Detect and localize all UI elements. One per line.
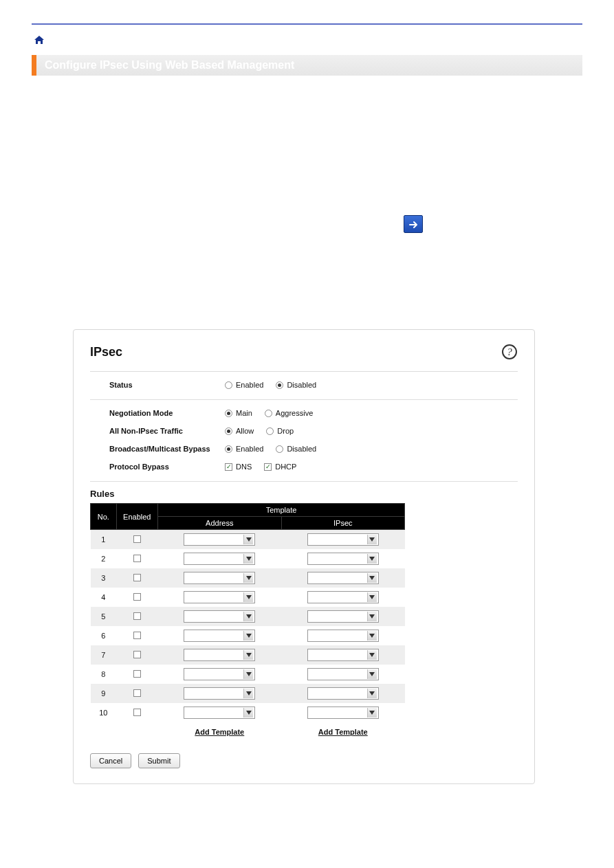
step-2-example: http://192.168.1.2 bbox=[51, 188, 582, 201]
cell-enabled bbox=[116, 588, 158, 607]
rule-enable-checkbox[interactable] bbox=[133, 612, 141, 620]
cancel-button[interactable]: Cancel bbox=[90, 753, 131, 768]
radio-nonipsec-allow[interactable]: Allow bbox=[225, 427, 254, 435]
radio-neg-aggressive[interactable]: Aggressive bbox=[265, 409, 313, 417]
table-row: 4 bbox=[91, 588, 405, 607]
cell-enabled bbox=[116, 665, 158, 684]
cell-enabled bbox=[116, 684, 158, 703]
table-row: 10 bbox=[91, 703, 405, 722]
address-select[interactable] bbox=[184, 591, 255, 603]
table-row: 3 bbox=[91, 568, 405, 588]
cell-no: 9 bbox=[91, 684, 117, 703]
ipsec-select[interactable] bbox=[307, 706, 379, 719]
step-2-example-label: For example: bbox=[51, 173, 582, 187]
arrow-go-icon[interactable] bbox=[404, 215, 423, 233]
ipsec-select[interactable] bbox=[307, 553, 379, 565]
table-row: 8 bbox=[91, 665, 405, 684]
table-row: 7 bbox=[91, 645, 405, 665]
add-template-address[interactable]: Add Template bbox=[158, 722, 281, 739]
th-ipsec: IPsec bbox=[281, 517, 404, 530]
row-nonipsec: All Non-IPsec Traffic Allow Drop bbox=[90, 422, 518, 440]
intro-p1: The IPsec connection conditions comprise… bbox=[33, 91, 581, 104]
rule-enable-checkbox[interactable] bbox=[133, 535, 141, 543]
add-template-ipsec[interactable]: Add Template bbox=[281, 722, 404, 739]
th-no: No. bbox=[91, 504, 117, 530]
row-status: Status Enabled Disabled bbox=[90, 376, 518, 394]
cell-enabled bbox=[116, 549, 158, 568]
ipsec-select[interactable] bbox=[307, 533, 379, 546]
rules-heading: Rules bbox=[90, 489, 518, 499]
rule-enable-checkbox[interactable] bbox=[133, 555, 141, 562]
cell-enabled bbox=[116, 568, 158, 588]
check-dhcp[interactable]: ✓DHCP bbox=[264, 463, 296, 471]
ipsec-select[interactable] bbox=[307, 572, 379, 584]
address-select[interactable] bbox=[184, 649, 255, 661]
home-icon[interactable] bbox=[34, 36, 44, 44]
check-dns[interactable]: ✓DNS bbox=[225, 463, 252, 471]
ipsec-select[interactable] bbox=[307, 591, 379, 603]
table-row: 2 bbox=[91, 549, 405, 568]
steps-list: 1.Start your web browser. 2.Type "http:/… bbox=[32, 126, 582, 315]
breadcrumb-text: Home > Security > Network Security Featu… bbox=[51, 36, 564, 44]
page-number: 395 bbox=[32, 784, 582, 814]
cell-no: 10 bbox=[91, 703, 117, 722]
row-bcast: Broadcast/Multicast Bypass Enabled Disab… bbox=[90, 440, 518, 458]
rules-table: No. Enabled Template Address IPsec 12345… bbox=[90, 503, 405, 739]
radio-status-enabled[interactable]: Enabled bbox=[225, 381, 263, 389]
ipsec-select[interactable] bbox=[307, 649, 379, 661]
rule-enable-checkbox[interactable] bbox=[133, 709, 141, 716]
address-select[interactable] bbox=[184, 610, 255, 623]
rule-enable-checkbox[interactable] bbox=[133, 651, 141, 658]
table-row: 9 bbox=[91, 684, 405, 703]
label-status: Status bbox=[109, 381, 225, 389]
cell-no: 2 bbox=[91, 549, 117, 568]
address-select[interactable] bbox=[184, 572, 255, 584]
cell-enabled bbox=[116, 703, 158, 722]
radio-bcast-disabled[interactable]: Disabled bbox=[276, 445, 316, 453]
rule-enable-checkbox[interactable] bbox=[133, 670, 141, 678]
th-enabled: Enabled bbox=[116, 504, 158, 530]
ipsec-select[interactable] bbox=[307, 687, 379, 700]
intro-text: The IPsec connection conditions comprise… bbox=[32, 89, 582, 126]
step-5: 5.Click the Security tab. bbox=[34, 274, 582, 288]
top-rule bbox=[32, 23, 582, 25]
radio-status-disabled[interactable]: Disabled bbox=[276, 381, 316, 389]
step-6: 6.Click the IPsec menu in the left navig… bbox=[34, 302, 582, 315]
label-protocol-bypass: Protocol Bypass bbox=[109, 463, 225, 471]
row-negotiation: Negotiation Mode Main Aggressive bbox=[90, 404, 518, 422]
label-bcast: Broadcast/Multicast Bypass bbox=[109, 445, 225, 453]
rule-enable-checkbox[interactable] bbox=[133, 593, 141, 601]
address-select[interactable] bbox=[184, 687, 255, 700]
cell-no: 3 bbox=[91, 568, 117, 588]
ipsec-select[interactable] bbox=[307, 668, 379, 680]
ipsec-select[interactable] bbox=[307, 630, 379, 642]
label-negotiation: Negotiation Mode bbox=[109, 409, 225, 417]
step-2: 2.Type "http://machine's IP address" in … bbox=[34, 154, 582, 201]
cell-no: 6 bbox=[91, 626, 117, 645]
address-select[interactable] bbox=[184, 553, 255, 565]
cell-enabled bbox=[116, 530, 158, 550]
divider bbox=[90, 399, 518, 400]
address-select[interactable] bbox=[184, 706, 255, 719]
radio-neg-main[interactable]: Main bbox=[225, 409, 252, 417]
table-row: 6 bbox=[91, 626, 405, 645]
cell-no: 4 bbox=[91, 588, 117, 607]
radio-nonipsec-drop[interactable]: Drop bbox=[266, 427, 294, 435]
help-icon[interactable]: ? bbox=[501, 344, 518, 360]
address-select[interactable] bbox=[184, 630, 255, 642]
svg-text:?: ? bbox=[507, 346, 512, 357]
rule-enable-checkbox[interactable] bbox=[133, 574, 141, 581]
address-select[interactable] bbox=[184, 668, 255, 680]
rule-enable-checkbox[interactable] bbox=[133, 632, 141, 639]
submit-button[interactable]: Submit bbox=[138, 753, 179, 768]
label-nonipsec: All Non-IPsec Traffic bbox=[109, 427, 225, 435]
rule-enable-checkbox[interactable] bbox=[133, 689, 141, 697]
cell-no: 1 bbox=[91, 530, 117, 550]
ipsec-select[interactable] bbox=[307, 610, 379, 623]
section-title-accent bbox=[32, 55, 36, 76]
th-address: Address bbox=[158, 517, 281, 530]
address-select[interactable] bbox=[184, 533, 255, 546]
table-row: 1 bbox=[91, 530, 405, 550]
radio-bcast-enabled[interactable]: Enabled bbox=[225, 445, 263, 453]
cell-no: 8 bbox=[91, 665, 117, 684]
